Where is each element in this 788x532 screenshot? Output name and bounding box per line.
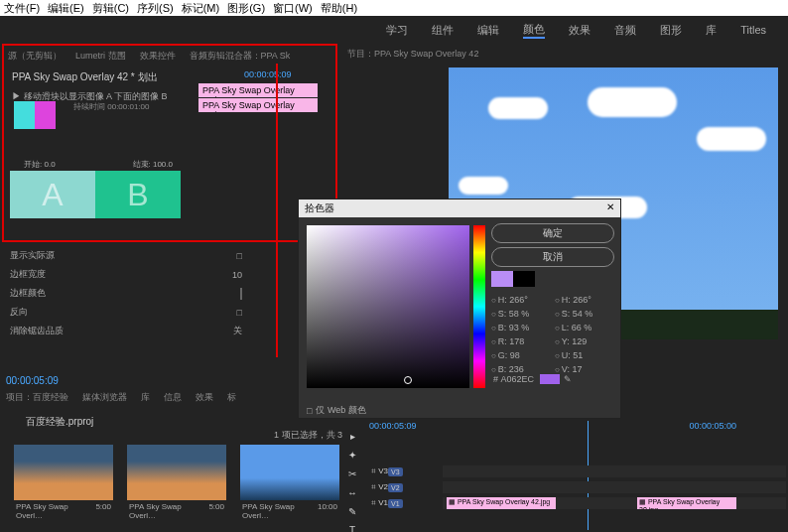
hue-strip[interactable] [473, 225, 485, 388]
project-tab[interactable]: 信息 [164, 391, 182, 404]
color-value[interactable]: Y: 129 [555, 336, 614, 346]
program-panel: 节目：PPA Sky Swap Overlay 42 [343, 44, 786, 65]
timeline-panel: ▸✦✂↔✎T 00:00:05:0900:00:05:00 ⌗ V3 V3⌗ V… [343, 421, 786, 530]
eyedropper-icon[interactable]: ✎ [564, 374, 572, 384]
web-colors-checkbox[interactable]: 仅 Web 颜色 [299, 400, 620, 421]
color-value[interactable]: S: 54 % [555, 309, 614, 319]
workspace-tab[interactable]: Titles [740, 24, 766, 36]
seq-timecode: 00:00:05:09 [6, 375, 59, 386]
color-picker-dialog: 拾色器 ✕ 确定 取消 H: 266°H: 266°S: 58 %S: 54 %… [298, 199, 621, 419]
timeline-clip[interactable]: ▦ PPA Sky Swap Overlay 30.jpg [637, 497, 736, 509]
color-value[interactable]: U: 51 [555, 350, 614, 360]
color-value[interactable]: G: 98 [491, 350, 551, 360]
effect-row[interactable]: 消除锯齿品质关 [2, 322, 250, 340]
track-row[interactable]: ⌗ V3 V3 [365, 465, 786, 478]
project-tab[interactable]: 标 [227, 391, 236, 404]
workspace-tabs[interactable]: 学习组件编辑颜色效果音频图形库Titles [0, 16, 788, 44]
effect-row[interactable]: 反向□ [2, 303, 250, 322]
workspace-tab[interactable]: 效果 [569, 23, 591, 38]
source-timecode: 00:00:05:09 [244, 69, 292, 79]
track-row[interactable]: ⌗ V2 V2 [365, 480, 786, 494]
source-tabs[interactable]: 源（无剪辑）Lumetri 范围效果控件音频剪辑混合器：PPA Sk [4, 46, 335, 66]
hex-row[interactable]: # A062EC ✎ [493, 374, 572, 384]
project-name: 百度经验.prproj [26, 415, 93, 429]
workspace-tab[interactable]: 编辑 [477, 23, 499, 38]
project-tab[interactable]: 库 [141, 391, 150, 404]
selection-info: 1 项已选择，共 3 项 [274, 429, 354, 442]
workspace-tab[interactable]: 音频 [614, 23, 636, 38]
bin-item[interactable]: PPA Sky Swap Overl…5:00 [14, 445, 113, 522]
source-tab[interactable]: 音频剪辑混合器：PPA Sk [190, 50, 291, 63]
bin-item[interactable]: PPA Sky Swap Overl…5:00 [127, 445, 226, 522]
project-tabs[interactable]: 项目：百度经验媒体浏览器库信息效果标 [6, 391, 250, 404]
bin-item[interactable]: PPA Sky Swap Overl…10:00 [240, 445, 339, 522]
source-tab[interactable]: 效果控件 [140, 50, 176, 63]
effect-row[interactable]: 边框颜色 [2, 284, 250, 303]
timeline-clip[interactable]: ▦ PPA Sky Swap Overlay 42.jpg [447, 497, 556, 509]
project-tab[interactable]: 效果 [196, 391, 213, 404]
menu-item[interactable]: 标记(M) [182, 1, 220, 15]
track-row[interactable]: ⌗ V1 V1▦ PPA Sky Swap Overlay 42.jpg▦ PP… [365, 496, 786, 510]
clip-insert[interactable]: PPA Sky Swap Overlay 30.jpg [198, 98, 318, 112]
effect-properties: 显示实际源□边框宽度10边框颜色反向□消除锯齿品质关 [2, 246, 250, 340]
workspace-tab[interactable]: 学习 [386, 23, 408, 38]
color-value[interactable]: B: 236 [491, 364, 551, 374]
project-tab[interactable]: 媒体浏览器 [82, 391, 127, 404]
workspace-tab[interactable]: 库 [706, 23, 717, 38]
menubar[interactable]: 文件(F)编辑(E)剪辑(C)序列(S)标记(M)图形(G)窗口(W)帮助(H) [0, 0, 788, 16]
color-value[interactable]: L: 66 % [555, 323, 614, 332]
source-tab[interactable]: 源（无剪辑） [8, 50, 62, 63]
source-thumbnail[interactable] [14, 101, 56, 129]
new-color-swatch [491, 271, 513, 287]
menu-item[interactable]: 剪辑(C) [92, 1, 129, 15]
color-value[interactable]: V: 17 [555, 364, 614, 374]
color-value[interactable]: H: 266° [555, 295, 614, 305]
workspace-tab[interactable]: 图形 [660, 23, 682, 38]
playhead-source-annot [274, 64, 278, 357]
color-b: B [95, 171, 181, 218]
source-tab[interactable]: Lumetri 范围 [75, 50, 126, 63]
timeline-tracks: ⌗ V3 V3⌗ V2 V2⌗ V1 V1▦ PPA Sky Swap Over… [365, 465, 786, 512]
workspace-tab[interactable]: 颜色 [523, 22, 545, 39]
cancel-button[interactable]: 取消 [491, 247, 614, 267]
effect-row[interactable]: 边框宽度10 [2, 265, 250, 284]
color-value[interactable]: S: 58 % [491, 309, 551, 319]
program-tab[interactable]: 节目：PPA Sky Swap Overlay 42 [343, 44, 786, 65]
picker-title: 拾色器 [305, 201, 334, 215]
old-color-swatch [513, 271, 535, 287]
project-bins: PPA Sky Swap Overl…5:00PPA Sky Swap Over… [14, 445, 353, 522]
color-value[interactable]: R: 178 [491, 336, 551, 346]
color-a: A [10, 171, 95, 218]
color-values: H: 266°H: 266°S: 58 %S: 54 %B: 93 %L: 66… [491, 295, 614, 374]
clip-insert[interactable]: PPA Sky Swap Overlay 42.jpg [198, 83, 318, 97]
close-icon[interactable]: ✕ [606, 201, 614, 215]
menu-item[interactable]: 窗口(W) [273, 1, 313, 15]
menu-item[interactable]: 序列(S) [137, 1, 174, 15]
clips-stack: PPA Sky Swap Overlay 42.jpgPPA Sky Swap … [198, 83, 318, 113]
menu-item[interactable]: 图形(G) [227, 1, 265, 15]
menu-item[interactable]: 编辑(E) [48, 1, 84, 15]
color-value[interactable]: H: 266° [491, 295, 551, 305]
menu-item[interactable]: 文件(F) [4, 1, 40, 15]
hex-swatch [540, 374, 560, 384]
color-field[interactable] [307, 225, 469, 388]
project-tab[interactable]: 项目：百度经验 [6, 391, 68, 404]
workspace-tab[interactable]: 组件 [432, 23, 454, 38]
ok-button[interactable]: 确定 [491, 223, 614, 243]
menu-item[interactable]: 帮助(H) [321, 1, 357, 15]
effect-row[interactable]: 显示实际源□ [2, 246, 250, 265]
color-ab: A B [10, 171, 181, 218]
timeline-timecode: 00:00:05:09 [369, 421, 417, 437]
color-value[interactable]: B: 93 % [491, 323, 551, 332]
source-panel: 源（无剪辑）Lumetri 范围效果控件音频剪辑混合器：PPA Sk PPA S… [2, 44, 337, 242]
timeline-tools[interactable]: ▸✦✂↔✎T [343, 421, 361, 530]
color-cursor[interactable] [404, 376, 412, 384]
